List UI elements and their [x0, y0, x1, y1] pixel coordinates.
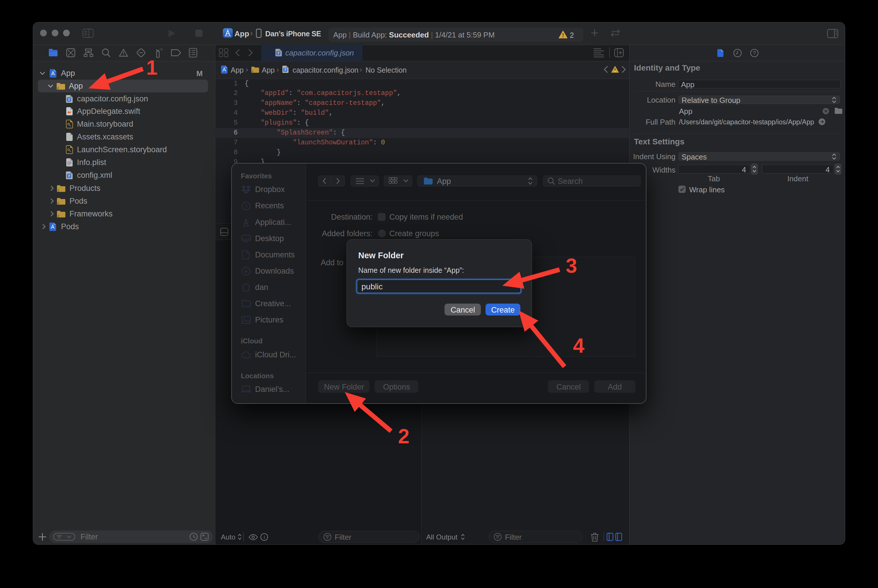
svg-text:4: 4 [573, 334, 585, 357]
svg-text:2: 2 [398, 425, 410, 448]
svg-text:3: 3 [566, 254, 577, 277]
svg-text:1: 1 [146, 56, 158, 79]
